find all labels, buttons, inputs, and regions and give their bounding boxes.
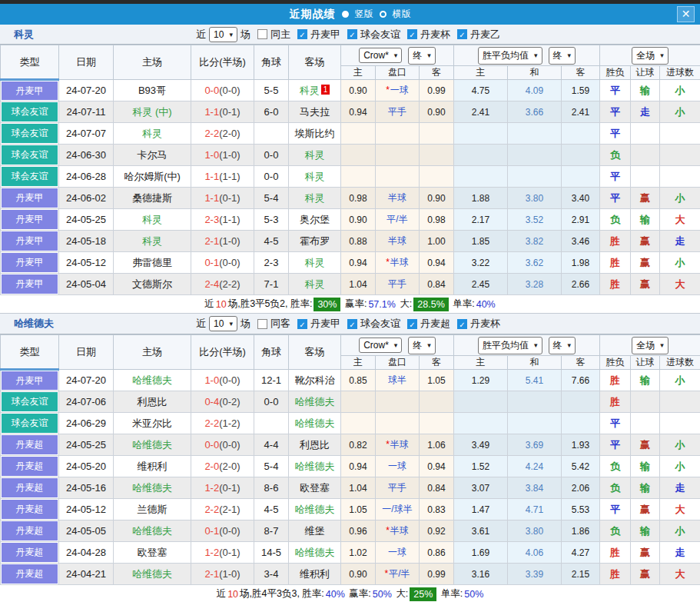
final-avg-select[interactable]: 终▾ [549, 47, 576, 65]
league-tag: 丹麦超 [2, 543, 58, 562]
final-odds-select[interactable]: 终▾ [408, 337, 436, 354]
halftime-score: (0-0) [219, 374, 240, 386]
star-marker: * [386, 439, 390, 450]
home-team-name: 兰德斯 [138, 504, 168, 515]
col-header-home-odds: 主 [341, 356, 376, 370]
result-text: 胜 [610, 568, 620, 580]
home-team-cell: 兰德斯 [114, 499, 191, 521]
summary-part: 25% [410, 587, 436, 601]
league-cell: 丹麦超 [1, 477, 59, 499]
result-cell: 平 [600, 434, 631, 456]
result-text: 输 [640, 482, 650, 494]
bookmaker-select[interactable]: Crow*▾ [359, 338, 402, 353]
league-cell: 丹麦甲 [1, 209, 59, 231]
goals-result-cell: 大 [660, 274, 700, 295]
home-team-cell: 科灵 [114, 123, 191, 145]
vertical-layout-label[interactable]: 竖版 [355, 8, 373, 21]
result-cell: 平 [600, 123, 631, 145]
star-marker: * [386, 525, 390, 536]
handicap-name: 平/半 [386, 214, 407, 225]
avg-draw-cell: 4.71 [508, 499, 562, 521]
league-cell: 丹麦甲 [1, 80, 59, 101]
near-count-select[interactable]: 10▾ [209, 27, 237, 42]
league-checkbox[interactable]: ✓ [457, 319, 467, 329]
league-checkbox[interactable]: ✓ [297, 29, 307, 39]
halftime-score: (0-0) [219, 439, 240, 451]
result-cell: 负 [600, 521, 631, 542]
corner-cell: 14-5 [254, 542, 289, 564]
league-checkbox[interactable]: ✓ [297, 319, 307, 329]
avg-away-cell: 2.91 [562, 209, 600, 231]
away-team-cell: 科灵1 [289, 80, 341, 101]
halftime-score: (0-2) [219, 396, 240, 407]
vertical-layout-radio[interactable] [342, 11, 349, 18]
away-odds-cell [420, 413, 454, 434]
final-odds-select[interactable]: 终▾ [408, 47, 436, 65]
fulltime-score: 0-0 [204, 85, 219, 96]
result-text: 胜 [610, 547, 620, 558]
handicap-result-cell: 赢 [631, 252, 660, 274]
handicap-name: 一球 [388, 547, 406, 557]
away-team-name: 哈维德夫 [295, 547, 335, 558]
handicap-cell: 一球 [376, 456, 420, 477]
league-tag: 球会友谊 [2, 145, 58, 165]
away-team-name: 维积利 [300, 568, 330, 580]
bookmaker-select[interactable]: Crow*▾ [359, 48, 402, 63]
away-team-name: 科灵 [305, 192, 325, 204]
col-header-goals: 进球数 [660, 356, 700, 370]
home-odds-cell: 0.82 [341, 434, 376, 456]
result-text: 大 [675, 504, 685, 515]
home-team-name: 哈维德夫 [132, 482, 172, 494]
horizontal-layout-radio[interactable] [380, 11, 386, 18]
avg-draw-cell: 4.24 [508, 456, 562, 477]
avg-odds-select[interactable]: 胜平负均值▾ [478, 47, 542, 65]
result-cell: 胜 [600, 391, 631, 413]
away-team-cell: 霍布罗 [289, 231, 341, 252]
summary-part: 单率: [450, 298, 475, 311]
halftime-score: (0-0) [219, 257, 240, 268]
result-cell: 胜 [600, 564, 631, 585]
horizontal-layout-label[interactable]: 横版 [393, 8, 411, 21]
close-icon[interactable]: ✕ [677, 6, 695, 22]
result-text: 负 [610, 214, 620, 225]
match-row: 丹麦甲24-07-20哈维德夫1-0(0-0)12-1靴尔科治0.85球半1.0… [1, 370, 700, 391]
fulltime-score: 1-0 [204, 374, 219, 386]
col-header-avg-draw: 和 [508, 66, 562, 80]
away-team-name: 欧登塞 [300, 482, 330, 494]
final-avg-select[interactable]: 终▾ [549, 337, 576, 354]
away-odds-cell: 0.92 [420, 521, 454, 542]
league-checkbox[interactable]: ✓ [407, 319, 417, 329]
goals-result-cell: 走 [660, 477, 700, 499]
league-checkbox[interactable]: ✓ [347, 29, 357, 39]
avg-odds-select[interactable]: 胜平负均值▾ [478, 337, 542, 354]
away-odds-cell: 0.83 [420, 499, 454, 521]
score-cell: 0-0(0-0) [191, 80, 254, 101]
summary-part: 大: [397, 298, 412, 311]
result-text: 小 [675, 85, 685, 96]
handicap-result-cell: 走 [631, 101, 660, 123]
league-checkbox[interactable]: ✓ [347, 319, 357, 329]
full-match-select[interactable]: 全场▾ [632, 337, 668, 354]
near-count-select[interactable]: 10▾ [209, 316, 237, 331]
league-checkbox[interactable]: ✓ [457, 29, 467, 39]
league-checkbox[interactable]: ✓ [407, 29, 417, 39]
handicap-result-cell: 赢 [631, 564, 660, 585]
result-cell: 平 [600, 413, 631, 434]
handicap-cell [376, 413, 420, 434]
halftime-score: (0-0) [219, 85, 240, 96]
goals-result-cell: 走 [660, 231, 700, 252]
handicap-result-cell: 输 [631, 521, 660, 542]
same-venue-checkbox[interactable] [257, 29, 267, 39]
col-header-home: 主场 [114, 335, 191, 370]
full-match-select[interactable]: 全场▾ [632, 47, 668, 65]
chevron-down-icon: ▾ [229, 31, 233, 38]
result-text: 平 [610, 439, 620, 451]
league-tag: 丹麦甲 [2, 253, 58, 272]
avg-home-cell: 1.88 [454, 188, 508, 209]
near-count-value: 10 [214, 29, 224, 40]
away-team-cell: 科灵 [289, 145, 341, 166]
fulltime-score: 2-2 [204, 128, 219, 139]
same-venue-checkbox[interactable] [257, 319, 267, 329]
home-team-cell: 哈尔姆斯(中) [114, 166, 191, 188]
away-team-cell: 科灵 [289, 166, 341, 188]
